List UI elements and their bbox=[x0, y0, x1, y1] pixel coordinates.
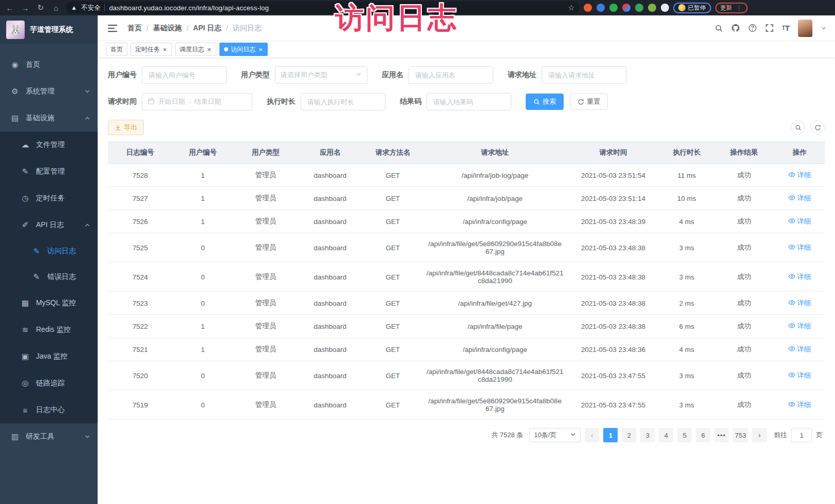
detail-link[interactable]: 详细 bbox=[788, 171, 811, 180]
github-icon[interactable] bbox=[731, 24, 740, 32]
detail-link[interactable]: 详细 bbox=[788, 298, 811, 308]
sidebar-item-错误日志[interactable]: ✎错误日志 bbox=[0, 264, 98, 290]
cell-请求地址: /api/infra/file/get/8448cada8c714e4ab61f… bbox=[423, 263, 567, 292]
page-button-4[interactable]: 4 bbox=[659, 428, 673, 442]
page-button-2[interactable]: 2 bbox=[622, 428, 636, 442]
help-icon[interactable] bbox=[748, 24, 757, 32]
shield-extension-icon[interactable] bbox=[597, 4, 605, 12]
breadcrumb-item[interactable]: 首页 bbox=[127, 24, 142, 33]
sidebar-item-定时任务[interactable]: ◷定时任务 bbox=[0, 185, 98, 212]
cell-请求地址: /api/infra/config/page bbox=[423, 210, 567, 233]
toggle-search-button[interactable] bbox=[791, 120, 805, 135]
app-logo[interactable]: 芋道管理系统 bbox=[0, 15, 98, 44]
cell-日志编号: 7524 bbox=[108, 263, 173, 292]
detail-link[interactable]: 详细 bbox=[788, 217, 811, 226]
chevron-down-icon bbox=[356, 71, 362, 79]
browser-forward-icon[interactable]: → bbox=[20, 4, 31, 12]
应用名-input[interactable] bbox=[409, 66, 493, 84]
detail-link[interactable]: 详细 bbox=[788, 194, 811, 203]
sidebar-item-配置管理[interactable]: ✎配置管理 bbox=[0, 158, 98, 185]
bookmark-star-icon[interactable]: ☆ bbox=[568, 4, 574, 12]
sidebar-item-MySQL-监控[interactable]: ▦MySQL 监控 bbox=[0, 290, 98, 316]
cell-用户编号: 1 bbox=[173, 164, 234, 187]
sidebar-item-链路追踪[interactable]: ◎链路追踪 bbox=[0, 370, 98, 397]
page-button-753[interactable]: 753 bbox=[733, 428, 748, 442]
detail-link[interactable]: 详细 bbox=[788, 345, 811, 354]
font-size-icon[interactable]: TT bbox=[782, 24, 790, 32]
grid-extension-icon[interactable] bbox=[622, 4, 630, 12]
detail-link[interactable]: 详细 bbox=[788, 371, 811, 380]
page-button-6[interactable]: 6 bbox=[696, 428, 710, 442]
detail-link[interactable]: 详细 bbox=[788, 243, 811, 252]
close-icon[interactable]: × bbox=[207, 46, 212, 53]
browser-reload-icon[interactable]: ↻ bbox=[35, 3, 46, 12]
avatar-caret-icon[interactable] bbox=[821, 25, 827, 31]
paw-extension-icon[interactable] bbox=[661, 4, 669, 12]
sidebar-item-研发工具[interactable]: ▥研发工具 bbox=[0, 423, 98, 450]
cloud-upload-icon: ☁ bbox=[21, 140, 30, 150]
goto-page-input[interactable] bbox=[791, 428, 812, 442]
sidebar-item-label: 访问日志 bbox=[47, 247, 76, 256]
table-row: 75271管理员dashboardGET/api/infra/job/page2… bbox=[108, 187, 825, 210]
green-bird-extension-icon[interactable] bbox=[609, 4, 618, 12]
orange-extension-icon[interactable] bbox=[584, 4, 592, 12]
cell-操作: 详细 bbox=[774, 187, 825, 210]
browser-back-icon[interactable]: ← bbox=[4, 4, 15, 12]
sidebar-item-首页[interactable]: ◉首页 bbox=[0, 51, 98, 78]
tab-调度日志[interactable]: 调度日志× bbox=[175, 43, 217, 56]
close-icon[interactable]: × bbox=[162, 46, 168, 53]
fullscreen-icon[interactable] bbox=[765, 24, 774, 32]
请求地址-input[interactable] bbox=[542, 66, 626, 84]
detail-link[interactable]: 详细 bbox=[788, 400, 811, 409]
paused-extension-badge[interactable]: 已暂停 bbox=[673, 3, 711, 13]
search-button[interactable]: 搜索 bbox=[526, 94, 564, 110]
page-button-5[interactable]: 5 bbox=[677, 428, 692, 442]
browser-home-icon[interactable]: ⌂ bbox=[50, 4, 62, 12]
page-size-select[interactable]: 10条/页 bbox=[529, 428, 581, 442]
goto-label: 前往 bbox=[774, 431, 787, 440]
tab-定时任务[interactable]: 定时任务× bbox=[131, 43, 172, 56]
next-page-button[interactable]: › bbox=[752, 428, 767, 442]
reset-button[interactable]: 重置 bbox=[570, 94, 608, 110]
eye-icon bbox=[788, 322, 795, 331]
tab-访问日志[interactable]: 访问日志× bbox=[219, 43, 268, 56]
breadcrumb-item[interactable]: 基础设施 bbox=[153, 24, 182, 33]
sidebar-item-Java-监控[interactable]: ▣Java 监控 bbox=[0, 343, 98, 370]
user-avatar[interactable] bbox=[798, 20, 812, 37]
refresh-button[interactable] bbox=[810, 120, 825, 135]
sidebar-item-label: 系统管理 bbox=[26, 87, 54, 96]
browser-update-badge[interactable]: 更新 ⋮ bbox=[715, 3, 748, 13]
person-extension-icon[interactable] bbox=[648, 4, 656, 12]
hamburger-icon[interactable] bbox=[106, 22, 119, 34]
sidebar-item-访问日志[interactable]: ✎访问日志 bbox=[0, 238, 98, 264]
warning-icon: ▲ bbox=[71, 4, 77, 11]
detail-link[interactable]: 详细 bbox=[788, 322, 811, 331]
执行时长-input[interactable] bbox=[301, 93, 385, 110]
结果码-input[interactable] bbox=[426, 93, 511, 110]
page-button-1[interactable]: 1 bbox=[603, 428, 618, 442]
export-button[interactable]: 导出 bbox=[108, 120, 144, 135]
prev-page-button[interactable]: ‹ bbox=[585, 428, 599, 442]
用户类型-select[interactable]: 请选择用户类型 bbox=[275, 66, 367, 84]
close-icon[interactable]: × bbox=[258, 46, 263, 53]
cell-用户编号: 0 bbox=[173, 292, 234, 315]
search-icon[interactable] bbox=[715, 24, 723, 32]
page-ellipsis[interactable]: ••• bbox=[714, 428, 729, 442]
address-bar[interactable]: ▲ 不安全 dashboard.yudao.iocoder.cn/infra/l… bbox=[66, 2, 580, 14]
sidebar-item-系统管理[interactable]: ⚙系统管理 bbox=[0, 78, 98, 105]
sidebar-item-日志中心[interactable]: ≡日志中心 bbox=[0, 397, 98, 423]
date-range-picker[interactable]: 开始日期-结束日期 bbox=[142, 93, 252, 110]
sidebar-item-基础设施[interactable]: ▤基础设施 bbox=[0, 105, 98, 132]
sidebar-item-Redis-监控[interactable]: ≋Redis 监控 bbox=[0, 316, 98, 343]
translate-extension-icon[interactable] bbox=[635, 4, 643, 12]
sidebar-item-API-日志[interactable]: ✐API 日志 bbox=[0, 212, 98, 238]
tab-首页[interactable]: 首页 bbox=[106, 43, 127, 56]
browser-menu-icon[interactable]: ⋮ bbox=[736, 4, 743, 12]
用户编号-input[interactable] bbox=[142, 66, 227, 84]
detail-link[interactable]: 详细 bbox=[788, 272, 811, 282]
breadcrumb-item[interactable]: API 日志 bbox=[193, 24, 221, 33]
cell-执行时长: 10 ms bbox=[660, 187, 714, 210]
eye-icon bbox=[788, 371, 795, 380]
sidebar-item-文件管理[interactable]: ☁文件管理 bbox=[0, 132, 98, 158]
page-button-3[interactable]: 3 bbox=[640, 428, 655, 442]
